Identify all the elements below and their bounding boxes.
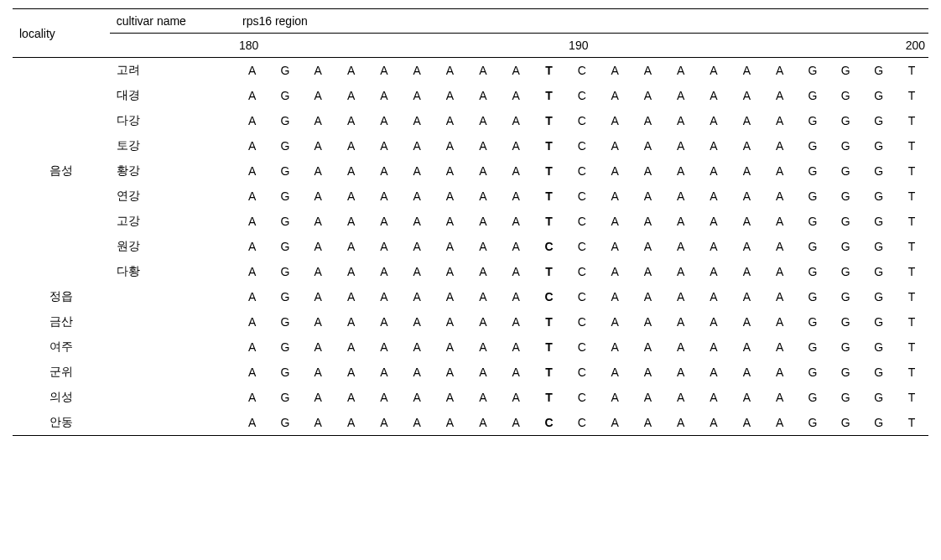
base-cell: A [466,58,499,84]
base-cell: G [862,58,895,84]
base-cell: A [664,334,697,360]
base-cell: G [829,184,862,209]
base-cell: A [598,83,631,108]
base-cell: A [434,209,466,234]
base-cell: A [697,158,730,184]
base-cell: G [829,309,862,334]
base-cell: G [796,284,829,309]
base-cell: G [268,309,301,334]
base-cell: G [796,259,829,284]
base-cell: A [401,209,434,234]
base-cell: A [434,360,466,385]
base-cell: A [499,410,532,436]
base-cell: A [730,284,763,309]
base-cell: A [302,184,335,209]
base-cell: A [664,108,697,133]
base-cell: A [730,309,763,334]
locality-cell [13,234,110,259]
base-cell: A [499,108,532,133]
locality-cell [13,133,110,158]
base-cell: A [664,309,697,334]
base-cell: G [796,58,829,84]
base-cell: G [796,83,829,108]
base-cell: T [533,83,565,108]
base-cell: A [763,385,796,410]
base-cell: G [862,309,895,334]
base-cell: G [268,133,301,158]
base-cell: G [268,385,301,410]
base-cell: A [401,58,434,84]
base-cell: A [598,209,631,234]
base-cell: T [533,309,565,334]
base-cell: C [565,410,598,436]
base-cell: A [302,234,335,259]
base-cell: G [796,234,829,259]
base-cell: T [533,108,565,133]
base-cell: A [763,184,796,209]
base-cell: A [335,209,367,234]
base-cell: A [335,58,367,84]
base-cell: G [862,209,895,234]
base-cell: A [697,334,730,360]
base-cell: A [697,410,730,436]
base-cell: A [664,209,697,234]
base-cell: A [367,360,400,385]
base-cell: A [335,410,367,436]
base-cell: C [565,309,598,334]
cultivar-cell [110,360,236,385]
base-cell: T [895,385,928,410]
base-cell: T [895,309,928,334]
base-cell: A [434,58,466,84]
locality-cell: 음성 [13,158,110,184]
base-cell: C [565,234,598,259]
base-cell: G [268,234,301,259]
base-cell: G [268,158,301,184]
cultivar-cell [110,385,236,410]
base-cell: G [829,410,862,436]
base-cell: A [335,108,367,133]
base-cell: A [367,108,400,133]
base-cell: A [730,234,763,259]
base-cell: G [829,209,862,234]
base-cell: C [533,284,565,309]
table-header: locality cultivar name rps16 region 180 … [13,9,928,58]
base-cell: A [302,334,335,360]
locality-cell [13,83,110,108]
base-cell: A [236,184,268,209]
base-cell: A [632,360,664,385]
base-cell: A [401,410,434,436]
base-cell: A [632,83,664,108]
base-cell: A [236,360,268,385]
base-cell: G [268,360,301,385]
base-cell: G [268,209,301,234]
base-cell: A [434,385,466,410]
base-cell: A [763,83,796,108]
base-cell: G [796,133,829,158]
base-cell: G [268,410,301,436]
base-cell: A [763,108,796,133]
base-cell: A [367,184,400,209]
base-cell: A [632,410,664,436]
base-cell: G [796,158,829,184]
base-cell: G [796,108,829,133]
base-cell: A [466,83,499,108]
base-cell: A [499,385,532,410]
base-cell: A [335,360,367,385]
base-cell: T [895,108,928,133]
base-cell: A [730,334,763,360]
base-cell: A [367,410,400,436]
locality-cell: 군위 [13,360,110,385]
table-row: 여주AGAAAAAAATCAAAAAAGGGT [13,334,928,360]
base-cell: A [499,83,532,108]
base-cell: A [697,360,730,385]
base-cell: T [895,83,928,108]
base-cell: A [499,360,532,385]
base-cell: A [730,108,763,133]
base-cell: T [895,360,928,385]
base-cell: A [236,309,268,334]
base-cell: A [697,385,730,410]
base-cell: A [335,133,367,158]
base-cell: A [302,83,335,108]
base-cell: G [862,133,895,158]
base-cell: C [565,259,598,284]
